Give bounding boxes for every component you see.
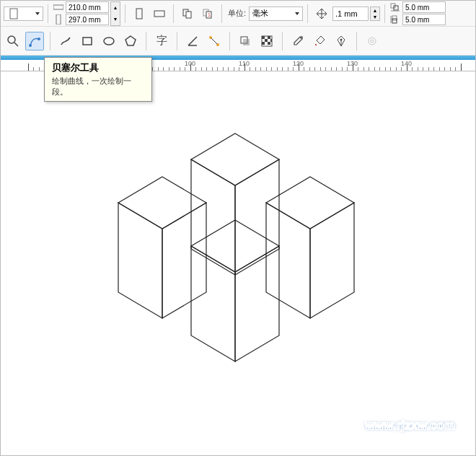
svg-marker-42 (118, 203, 162, 318)
dimension-tool-button[interactable] (183, 32, 202, 51)
drawing-canvas[interactable]: www.rjzxw.com (1, 71, 475, 455)
svg-marker-39 (191, 159, 235, 275)
svg-rect-32 (268, 42, 270, 45)
checker-icon (260, 35, 273, 48)
nudge-icon (312, 4, 331, 23)
toolbox-row: 字 (1, 27, 475, 56)
svg-rect-31 (262, 42, 265, 45)
eyedropper-icon (291, 35, 304, 48)
zoom-tool-button[interactable] (4, 32, 22, 51)
tooltip-title: 贝塞尔工具 (52, 61, 144, 74)
bezier-icon (28, 35, 41, 48)
svg-marker-41 (118, 177, 206, 229)
page-dims-group: 210.0 mm 297.0 mm (53, 1, 109, 25)
apply-current-page-button[interactable]: 1 (198, 4, 217, 23)
ruler-label: 100 (185, 60, 195, 67)
ruler-label: 110 (239, 60, 250, 67)
nudge-input[interactable]: .1 mm (332, 6, 369, 21)
apply-all-pages-button[interactable] (178, 4, 197, 23)
connector-tool-button[interactable] (205, 32, 224, 51)
dims-spinner[interactable]: ▲ ▼ (110, 1, 120, 26)
bezier-tool-button[interactable] (25, 32, 44, 51)
svg-point-37 (371, 40, 374, 43)
svg-rect-12 (392, 16, 397, 20)
svg-point-17 (38, 38, 40, 40)
gear-icon (366, 35, 379, 48)
landscape-button[interactable] (150, 4, 169, 23)
svg-rect-4 (154, 11, 164, 17)
spin-up[interactable]: ▲ (371, 7, 379, 14)
units-dropdown[interactable]: 毫米 (249, 6, 303, 21)
options-button[interactable] (363, 32, 382, 51)
svg-rect-28 (268, 36, 270, 39)
text-tool-button[interactable]: 字 (152, 32, 171, 51)
ellipse-tool-button[interactable] (100, 32, 118, 51)
units-value: 毫米 (252, 8, 268, 19)
watermark-text: www.rjzxw.com (366, 419, 455, 432)
dup-x-input[interactable]: 5.0 mm (402, 1, 446, 13)
width-icon (53, 2, 64, 12)
polygon-tool-button[interactable] (121, 32, 140, 51)
spin-up[interactable]: ▲ (111, 2, 120, 14)
shadow-icon (239, 35, 252, 48)
svg-rect-2 (56, 14, 61, 25)
svg-marker-40 (235, 159, 279, 275)
ruler-label: 140 (401, 60, 412, 67)
tool-tooltip: 贝塞尔工具 绘制曲线，一次绘制一段。 (44, 57, 152, 102)
svg-marker-43 (162, 203, 206, 318)
svg-text:1: 1 (208, 12, 211, 17)
polygon-icon (124, 35, 137, 48)
svg-rect-18 (83, 38, 92, 45)
svg-marker-20 (125, 36, 136, 45)
svg-rect-6 (186, 12, 191, 18)
page-icon (7, 7, 20, 20)
orientation-dropdown[interactable] (4, 6, 43, 21)
ruler-label: 120 (293, 60, 304, 67)
svg-marker-49 (235, 246, 279, 361)
ellipse-icon (102, 35, 115, 48)
drop-shadow-tool-button[interactable] (236, 32, 255, 51)
svg-rect-29 (265, 39, 268, 42)
svg-rect-3 (136, 9, 142, 19)
pen-nib-icon (335, 35, 348, 48)
rectangle-tool-button[interactable] (78, 32, 97, 51)
angle-icon (186, 35, 199, 48)
dup-y-icon (389, 14, 401, 25)
transparency-tool-button[interactable] (257, 32, 276, 51)
svg-rect-0 (10, 9, 17, 19)
freehand-icon (59, 35, 72, 48)
spin-down[interactable]: ▼ (111, 14, 120, 25)
connector-icon (208, 35, 221, 48)
page-width-input[interactable]: 210.0 mm (66, 1, 109, 13)
spin-down[interactable]: ▼ (371, 14, 379, 20)
svg-line-15 (14, 43, 18, 46)
units-label: 单位: (228, 8, 246, 19)
svg-point-19 (104, 38, 114, 45)
svg-line-23 (211, 38, 217, 44)
freehand-tool-button[interactable] (56, 32, 75, 51)
rectangle-icon (81, 35, 94, 48)
color-eyedropper-button[interactable] (288, 32, 307, 51)
svg-rect-1 (53, 5, 63, 9)
svg-rect-27 (262, 36, 265, 39)
outline-tool-button[interactable] (332, 32, 351, 51)
nudge-spinner[interactable]: ▲ ▼ (370, 6, 380, 21)
svg-rect-25 (243, 39, 250, 45)
svg-marker-38 (191, 133, 279, 185)
svg-point-16 (29, 44, 32, 47)
page-height-input[interactable]: 297.0 mm (66, 14, 109, 25)
bucket-icon (313, 35, 326, 48)
svg-rect-30 (270, 39, 272, 42)
svg-point-33 (300, 36, 303, 39)
svg-marker-46 (310, 203, 354, 318)
fill-tool-button[interactable] (310, 32, 329, 51)
svg-point-14 (8, 36, 15, 43)
portrait-button[interactable] (130, 4, 149, 23)
magnifier-icon (6, 35, 19, 48)
tooltip-desc: 绘制曲线，一次绘制一段。 (52, 76, 144, 97)
svg-marker-48 (191, 246, 235, 361)
text-icon: 字 (157, 34, 167, 48)
svg-point-36 (369, 38, 376, 45)
property-bar: 210.0 mm 297.0 mm ▲ ▼ 1 单位: 毫米 .1 mm ▲ ▼ (1, 1, 475, 27)
dup-y-input[interactable]: 5.0 mm (402, 14, 446, 25)
